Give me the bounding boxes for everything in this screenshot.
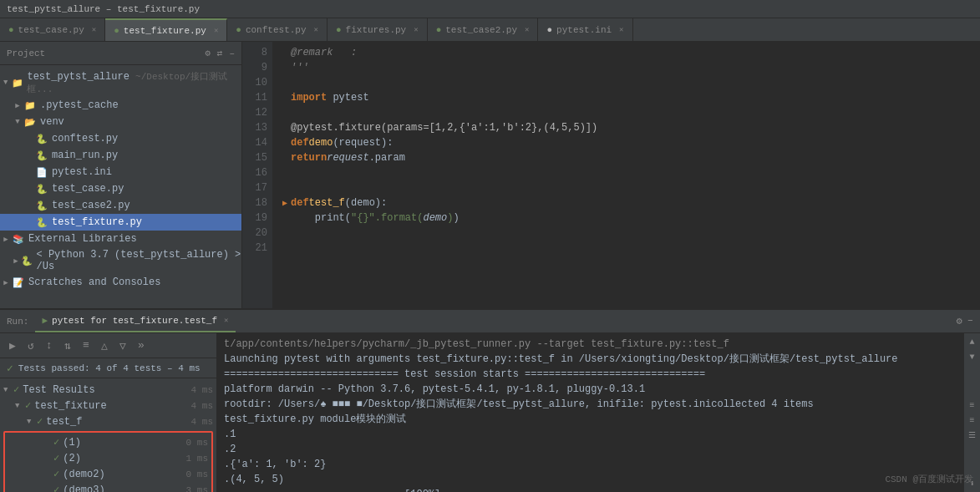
tab-close-test_case[interactable]: ✕ xyxy=(92,25,96,34)
tab-test_fixture[interactable]: ● test_fixture.py ✕ xyxy=(105,18,227,41)
line-num-14: 14 xyxy=(242,135,267,150)
test-check-p2: ✓ xyxy=(53,452,59,464)
tab-close-test_fixture[interactable]: ✕ xyxy=(214,26,218,35)
output-line: test_fixture.py module模块的测试 xyxy=(224,412,957,427)
right-scroll: ▲ ▼ ≡ ≡ ☰ ⬇ xyxy=(963,333,980,492)
eq-icon[interactable]: ⇄ xyxy=(217,48,223,58)
code-line-13: @pytest.fixture(params=[1,2,{'a':1,'b':2… xyxy=(279,120,973,135)
sidebar-item-python37[interactable]: ▶ 🐍 < Python 3.7 (test_pytst_allure) > /… xyxy=(0,247,241,274)
sidebar-item-pytest_ini_file[interactable]: 📄 pytest.ini xyxy=(0,164,241,180)
label-root: test_pytst_allure ~/Desktop/接口测试框... xyxy=(27,70,241,95)
settings-dash-icon[interactable]: – xyxy=(967,315,973,327)
arrow-root: ▼ xyxy=(0,79,11,87)
line-num-8: 8 xyxy=(242,45,267,60)
output-line: rootdir: /Users/♠ ■■■ ■/Desktop/接口测试框架/t… xyxy=(224,397,957,412)
test-item-pdemo3[interactable]: ✓ (demo3) 3 ms xyxy=(5,482,211,492)
label-main_run_py: main_run.py xyxy=(52,150,118,161)
label-test_fixture_py: test_fixture.py xyxy=(52,216,142,228)
run-content: ▶ ↺ ↕ ⇅ ≡ △ ▽ » ✓ Tests passed: 4 of 4 t… xyxy=(0,333,980,492)
status-check-icon: ✓ xyxy=(7,362,13,375)
code-content[interactable]: @remark : '''import pytest@pytest.fixtur… xyxy=(272,42,980,308)
tab-close-test_case2[interactable]: ✕ xyxy=(525,25,529,34)
tab-close-pytest_ini[interactable]: ✕ xyxy=(619,25,623,34)
label-scratches: Scratches and Consoles xyxy=(28,276,160,288)
sidebar-item-scratches[interactable]: ▶ 📝 Scratches and Consoles xyxy=(0,274,241,291)
line-num-19: 19 xyxy=(242,210,267,226)
gear-icon[interactable]: ⚙ xyxy=(205,48,211,58)
label-venv: venv xyxy=(40,116,64,128)
test-root-item[interactable]: ▼ ✓ Test Results 4 ms xyxy=(0,382,216,398)
output-line: platform darwin -- Python 3.7.6, pytest-… xyxy=(224,382,957,397)
line-num-9: 9 xyxy=(242,60,267,75)
sidebar-item-venv[interactable]: ▼ 📂 venv xyxy=(0,114,241,130)
output-panel[interactable]: t/app/contents/helpers/pycharm/_jb_pytes… xyxy=(217,333,963,492)
test-status-text: Tests passed: 4 of 4 tests – 4 ms xyxy=(18,363,201,373)
icon-scratches: 📝 xyxy=(12,276,25,289)
test-item-test_f[interactable]: ▼ ✓ test_f 4 ms xyxy=(0,413,216,429)
tab-fixtures[interactable]: ● fixtures.py ✕ xyxy=(328,18,428,41)
line-num-10: 10 xyxy=(242,75,267,90)
minus-icon[interactable]: – xyxy=(229,48,235,58)
rerun-button[interactable]: ↺ xyxy=(23,338,38,353)
test-item-p2[interactable]: ✓ (2) 1 ms xyxy=(5,450,211,466)
tab-close-fixtures[interactable]: ✕ xyxy=(414,25,418,34)
output-line: .(4, 5, 5) xyxy=(224,472,957,487)
tab-label-test_case2: test_case2.py xyxy=(445,25,517,35)
sort2-button[interactable]: ⇅ xyxy=(60,338,75,353)
sidebar-item-test_case2_py[interactable]: 🐍 test_case2.py xyxy=(0,197,241,214)
tab-close-conftest[interactable]: ✕ xyxy=(314,25,318,34)
scroll-right2-button[interactable]: ≡ xyxy=(966,413,979,427)
arrow-down-button[interactable]: ▽ xyxy=(115,338,130,353)
tab-conftest[interactable]: ● conftest.py ✕ xyxy=(227,18,328,41)
equal-button[interactable]: ≡ xyxy=(79,338,94,353)
scroll-right1-button[interactable]: ≡ xyxy=(966,398,979,412)
test-label-p2: (2) xyxy=(63,453,81,464)
test-item-p1[interactable]: ✓ (1) 0 ms xyxy=(5,434,211,450)
icon-conftest_py: 🐍 xyxy=(35,132,48,145)
play-button[interactable]: ▶ xyxy=(5,338,20,353)
run-tab-close[interactable]: ✕ xyxy=(224,316,228,325)
scroll-up-button[interactable]: ▲ xyxy=(966,335,979,348)
sort-button[interactable]: ↕ xyxy=(42,338,57,353)
icon-venv: 📂 xyxy=(23,115,37,129)
sidebar-item-test_fixture_py[interactable]: 🐍 test_fixture.py xyxy=(0,214,241,231)
line-num-15: 15 xyxy=(242,150,267,165)
test-check-pdemo3: ✓ xyxy=(53,484,59,492)
sidebar-item-test_case_py[interactable]: 🐍 test_case.py xyxy=(0,180,241,197)
output-line: Launching pytest with arguments test_fix… xyxy=(224,352,957,367)
tab-test_case2[interactable]: ● test_case2.py ✕ xyxy=(428,18,539,41)
output-line: .2 xyxy=(224,442,957,457)
settings-gear-icon[interactable]: ⚙ xyxy=(957,315,962,327)
line-num-12: 12 xyxy=(242,105,267,120)
test-check-pdemo2: ✓ xyxy=(53,468,59,480)
scroll-right3-button[interactable]: ☰ xyxy=(966,429,979,442)
scroll-down-button[interactable]: ▼ xyxy=(966,350,979,363)
sidebar-item-conftest_py[interactable]: 🐍 conftest.py xyxy=(0,130,241,147)
code-line-9: ''' xyxy=(279,60,973,75)
icon-pytest_ini_file: 📄 xyxy=(35,165,48,179)
sidebar-item-root[interactable]: ▼ 📁 test_pytst_allure ~/Desktop/接口测试框... xyxy=(0,68,241,97)
code-line-12 xyxy=(279,105,973,120)
skip-button[interactable]: » xyxy=(134,338,149,353)
code-line-18: ▶def test_f(demo): xyxy=(279,195,973,210)
tab-icon-test_case2: ● xyxy=(436,25,442,35)
line-num-21: 21 xyxy=(242,241,267,256)
code-line-15: return request.param xyxy=(279,150,973,165)
sidebar-item-external_libs[interactable]: ▶ 📚 External Libraries xyxy=(0,231,241,247)
arrow-up-button[interactable]: △ xyxy=(97,338,112,353)
sidebar-item-main_run_py[interactable]: 🐍 main_run.py xyxy=(0,147,241,164)
code-line-16 xyxy=(279,165,973,180)
test-check-test_fixture: ✓ xyxy=(25,399,31,412)
tab-test_case[interactable]: ● test_case.py ✕ xyxy=(0,18,105,41)
test-item-test_fixture[interactable]: ▼ ✓ test_fixture 4 ms xyxy=(0,398,216,413)
arrow-gutter-18: ▶ xyxy=(279,197,291,210)
tab-pytest_ini[interactable]: ● pytest.ini ✕ xyxy=(538,18,632,41)
label-test_case2_py: test_case2.py xyxy=(52,200,130,211)
test-item-pdemo2[interactable]: ✓ (demo2) 0 ms xyxy=(5,466,211,482)
line-num-17: 17 xyxy=(242,180,267,195)
test-root-arrow: ▼ xyxy=(3,386,13,394)
sidebar-item-pytest_cache[interactable]: ▶ 📁 .pytest_cache xyxy=(0,97,241,114)
run-tab-label: pytest for test_fixture.test_f xyxy=(52,316,217,326)
icon-pytest_cache: 📁 xyxy=(23,99,37,112)
run-tab-active[interactable]: ▶ pytest for test_fixture.test_f ✕ xyxy=(35,310,235,332)
